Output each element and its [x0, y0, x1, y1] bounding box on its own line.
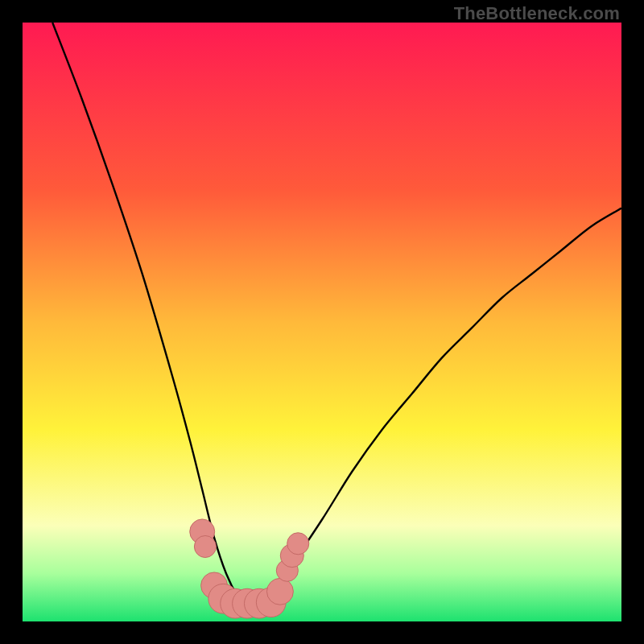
curve-marker [194, 535, 216, 557]
watermark-label: TheBottleneck.com [454, 3, 620, 24]
curve-markers [190, 519, 309, 618]
curve-marker [266, 578, 293, 605]
curve-marker [287, 533, 309, 555]
bottleneck-curve [52, 23, 621, 605]
curve-layer [23, 23, 621, 621]
chart-frame: TheBottleneck.com [0, 0, 644, 644]
plot-area [23, 23, 621, 621]
